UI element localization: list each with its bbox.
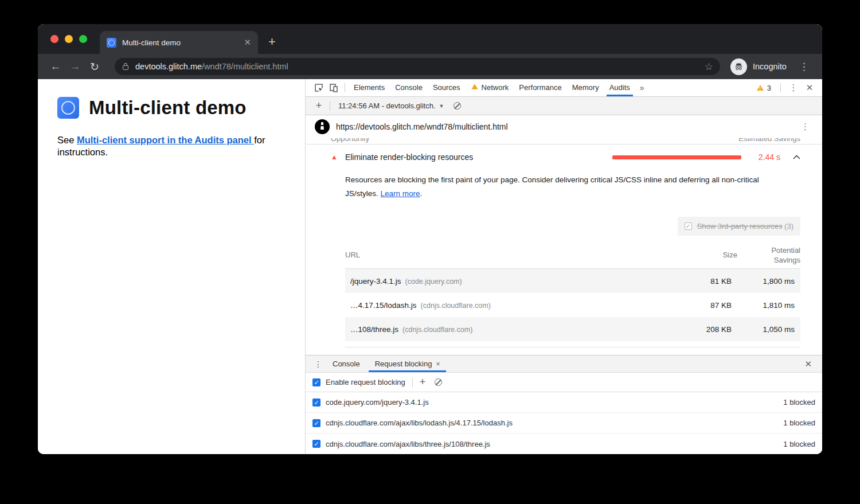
toolbar-divider — [345, 83, 345, 92]
network-warning-icon — [471, 84, 478, 89]
drawer-tab-request-blocking[interactable]: Request blocking× — [368, 355, 448, 372]
more-tabs-icon[interactable]: » — [635, 83, 649, 92]
opportunity-column-label: Opportunity — [331, 138, 369, 143]
close-window-button[interactable] — [50, 35, 58, 43]
clipped-column-headers: Opportunity Estimated Savings — [306, 138, 822, 144]
drawer-tab-label: Request blocking — [375, 360, 432, 368]
drawer-close-icon[interactable]: ✕ — [804, 359, 816, 369]
url-host: devtools.glitch.me — [135, 62, 202, 71]
inspect-element-icon[interactable] — [311, 80, 326, 95]
opportunity-row[interactable]: ▲ Eliminate render-blocking resources 2.… — [306, 144, 822, 170]
toolbar-divider — [780, 83, 781, 92]
pattern-checkbox[interactable]: ✓ — [312, 440, 320, 448]
devtools-panel: Elements Console Sources Network Perform… — [306, 79, 822, 454]
third-party-count: (3) — [784, 222, 793, 230]
header-savings-line2: Savings — [774, 256, 800, 264]
tab-elements[interactable]: Elements — [349, 79, 390, 96]
browser-window: Multi-client demo ✕ + ← → ↻ devtools.gli… — [38, 24, 822, 454]
page-content: Multi-client demo See Multi-client suppo… — [38, 79, 306, 454]
incognito-icon — [730, 58, 747, 75]
device-toolbar-icon[interactable] — [326, 80, 341, 95]
third-party-label-text: Show 3rd-party resources — [697, 222, 783, 230]
tab-network[interactable]: Network — [466, 79, 514, 96]
savings-bar — [612, 155, 741, 159]
tab-close-icon[interactable]: ✕ — [244, 37, 251, 48]
resource-url: /jquery-3.4.1.js — [350, 277, 401, 286]
clear-audits-icon[interactable] — [454, 102, 461, 110]
description-period: . — [420, 189, 423, 198]
lock-icon — [123, 65, 128, 70]
blocked-pattern-row[interactable]: ✓ cdnjs.cloudflare.com/ajax/libs/lodash.… — [306, 413, 822, 433]
dropdown-arrow-icon[interactable]: ▼ — [439, 103, 444, 109]
opportunity-table: URL Size PotentialSavings /jquery-3.4.1.… — [345, 241, 800, 341]
pattern-checkbox[interactable]: ✓ — [312, 398, 320, 407]
blocked-pattern-row[interactable]: ✓ cdnjs.cloudflare.com/ajax/libs/three.j… — [306, 433, 822, 454]
third-party-toggle[interactable]: ✓ Show 3rd-party resources (3) — [678, 217, 800, 236]
browser-tab[interactable]: Multi-client demo ✕ — [100, 31, 258, 54]
audits-report: https://devtools.glitch.me/wndt78/multic… — [306, 115, 822, 355]
header-url: URL — [345, 251, 691, 259]
new-tab-button[interactable]: + — [268, 34, 276, 49]
enable-request-blocking-checkbox[interactable]: ✓ — [312, 378, 320, 386]
devtools-close-icon[interactable]: ✕ — [803, 83, 816, 93]
drawer-tab-console[interactable]: Console — [325, 355, 368, 372]
audits-panel-link[interactable]: Multi-client support in the Audits panel — [77, 135, 254, 145]
enable-request-blocking-label[interactable]: Enable request blocking — [326, 378, 405, 386]
resource-savings: 1,810 ms — [732, 300, 795, 310]
drawer-menu-icon[interactable]: ⋮ — [311, 360, 325, 369]
report-menu-icon[interactable]: ⋮ — [801, 122, 813, 132]
opportunity-title: Eliminate render-blocking resources — [345, 153, 612, 162]
address-bar[interactable]: devtools.glitch.me /wndt78/multiclient.h… — [115, 58, 720, 75]
resource-origin: (cdnjs.cloudflare.com) — [402, 326, 472, 334]
paragraph-prefix: See — [57, 135, 77, 145]
resource-size: 81 KB — [686, 277, 732, 286]
page-title: Multi-client demo — [89, 97, 247, 119]
learn-more-link[interactable]: Learn more — [381, 189, 420, 198]
collapse-chevron-icon[interactable] — [793, 155, 800, 159]
drawer-tab-close-icon[interactable]: × — [436, 360, 440, 368]
blocked-pattern-row[interactable]: ✓ code.jquery.com/jquery-3.4.1.js 1 bloc… — [306, 392, 822, 413]
header-savings-line1: Potential — [771, 246, 800, 255]
window-controls — [38, 24, 100, 54]
tab-network-label: Network — [482, 83, 509, 92]
forward-icon[interactable]: → — [65, 60, 85, 73]
tab-sources[interactable]: Sources — [428, 79, 466, 96]
devtools-menu-icon[interactable]: ⋮ — [787, 83, 800, 93]
lighthouse-avatar-icon — [315, 119, 330, 134]
pattern-checkbox[interactable]: ✓ — [312, 419, 320, 427]
audited-url: https://devtools.glitch.me/wndt78/multic… — [336, 122, 801, 131]
blocked-count: 1 blocked — [783, 398, 815, 407]
pattern-text: cdnjs.cloudflare.com/ajax/libs/three.js/… — [326, 440, 783, 448]
page-logo-icon — [57, 97, 79, 119]
pattern-text: cdnjs.cloudflare.com/ajax/libs/lodash.js… — [326, 419, 783, 427]
table-header: URL Size PotentialSavings — [345, 241, 800, 269]
bookmark-star-icon[interactable]: ☆ — [705, 61, 713, 73]
new-audit-icon[interactable]: + — [311, 100, 326, 112]
request-blocking-toolbar: ✓ Enable request blocking + — [306, 373, 822, 392]
resource-url: …4.17.15/lodash.js — [350, 301, 417, 310]
warning-count-value: 3 — [767, 84, 771, 92]
zoom-window-button[interactable] — [79, 35, 87, 43]
reload-icon[interactable]: ↻ — [85, 60, 104, 73]
tab-favicon-icon — [107, 38, 116, 48]
warning-counter[interactable]: 3 — [756, 84, 775, 92]
resource-url: …108/three.js — [350, 325, 398, 334]
tab-audits[interactable]: Audits — [604, 79, 635, 96]
drawer: ⋮ Console Request blocking× ✕ ✓ Enable r… — [306, 355, 822, 454]
add-pattern-icon[interactable]: + — [420, 376, 426, 388]
third-party-checkbox[interactable]: ✓ — [685, 222, 692, 230]
remove-all-patterns-icon[interactable] — [435, 378, 442, 386]
tab-console[interactable]: Console — [390, 79, 428, 96]
minimize-window-button[interactable] — [65, 35, 73, 43]
back-icon[interactable]: ← — [46, 60, 65, 73]
audit-run-select[interactable]: 11:24:56 AM - devtools.glitch. — [338, 101, 436, 110]
tab-memory[interactable]: Memory — [567, 79, 604, 96]
incognito-badge: Incognito — [730, 58, 787, 75]
pattern-text: code.jquery.com/jquery-3.4.1.js — [326, 398, 783, 407]
blocked-count: 1 blocked — [783, 419, 815, 427]
header-size: Size — [691, 251, 737, 259]
browser-menu-icon[interactable]: ⋮ — [799, 61, 809, 73]
table-row: …108/three.js(cdnjs.cloudflare.com) 208 … — [345, 317, 800, 341]
tab-performance[interactable]: Performance — [514, 79, 566, 96]
browser-toolbar: ← → ↻ devtools.glitch.me /wndt78/multicl… — [38, 54, 822, 79]
